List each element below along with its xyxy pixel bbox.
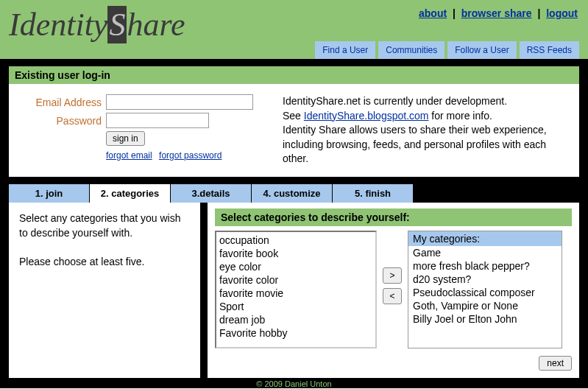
available-categories-list[interactable]: occupation favorite book eye color favor… (215, 231, 377, 348)
top-links: about | browser share | logout (419, 7, 578, 19)
about-link[interactable]: about (419, 7, 447, 19)
login-title: Existing user log-in (9, 66, 579, 84)
select-categories-title: Select categories to describe yourself: (215, 208, 572, 226)
signin-button[interactable]: sign in (106, 131, 145, 146)
divider (0, 59, 588, 66)
nav-follow-user[interactable]: Follow a User (447, 41, 516, 59)
instruction-text2: Please choose at least five. (19, 255, 190, 270)
list-item[interactable]: d20 system? (408, 273, 562, 286)
email-field[interactable] (106, 94, 253, 110)
login-info: IdentityShare.net is currently under dev… (283, 94, 567, 167)
list-item[interactable]: favorite movie (218, 287, 374, 300)
logo-text-hare: hare (127, 6, 185, 43)
tab-categories[interactable]: 2. categories (90, 184, 171, 203)
list-item[interactable]: dream job (218, 313, 374, 326)
logout-link[interactable]: logout (546, 7, 578, 19)
list-item[interactable]: Billy Joel or Elton John (408, 312, 562, 326)
nav-communities[interactable]: Communities (378, 41, 444, 59)
blog-link[interactable]: IdentityShare.blogspot.com (304, 110, 429, 122)
nav-find-user[interactable]: Find a User (315, 41, 375, 59)
list-item[interactable]: favorite color (218, 273, 374, 287)
separator: | (453, 7, 456, 19)
footer: © 2009 Daniel Unton (0, 378, 588, 388)
list-item[interactable]: more fresh black pepper? (408, 259, 562, 273)
my-categories-list: My categories: Game more fresh black pep… (408, 231, 562, 348)
next-button[interactable]: next (539, 356, 572, 371)
tab-details[interactable]: 3.details (171, 184, 252, 203)
logo-text-identity: Identity (9, 6, 107, 43)
tab-finish[interactable]: 5. finish (333, 184, 414, 203)
category-picker: occupation favorite book eye color favor… (215, 231, 572, 348)
tab-customize[interactable]: 4. customize (252, 184, 333, 203)
list-item[interactable]: Favorite hobby (218, 326, 374, 340)
login-section: Existing user log-in Email Address Passw… (0, 66, 588, 184)
password-field[interactable] (106, 113, 209, 128)
login-body: Email Address Password sign in forgot em… (9, 84, 579, 177)
info-text: IdentityShare.net is currently under dev… (283, 95, 507, 107)
list-item[interactable]: Sport (218, 300, 374, 313)
header: IdentityShare about | browser share | lo… (0, 0, 588, 59)
move-buttons: > < (383, 267, 402, 304)
nav-tabs: Find a User Communities Follow a User RS… (315, 41, 579, 59)
list-item[interactable]: favorite book (218, 247, 374, 260)
login-box: Existing user log-in Email Address Passw… (9, 66, 579, 177)
browser-share-link[interactable]: browser share (461, 7, 532, 19)
info-see: See (283, 110, 304, 122)
password-label: Password (21, 115, 102, 127)
separator: | (537, 7, 540, 19)
wizard-tabs-row: 1. join 2. categories 3.details 4. custo… (0, 184, 588, 203)
instruction-text: Select any categories that you wish to d… (19, 211, 190, 240)
nav-rss-feeds[interactable]: RSS Feeds (520, 41, 579, 59)
my-categories-title: My categories: (408, 231, 562, 246)
forgot-password-link[interactable]: forgot password (159, 150, 222, 161)
logo-text-s: S (107, 6, 127, 43)
wizard-body: Select any categories that you wish to d… (0, 203, 588, 378)
wizard-instructions: Select any categories that you wish to d… (9, 203, 200, 378)
login-form: Email Address Password sign in forgot em… (21, 94, 253, 167)
list-item[interactable]: eye color (218, 260, 374, 273)
email-label: Email Address (21, 97, 102, 108)
list-item[interactable]: Goth, Vampire or None (408, 299, 562, 312)
logo: IdentityShare (9, 0, 579, 43)
list-item[interactable]: Pseudoclassical composer (408, 286, 562, 299)
move-left-button[interactable]: < (383, 288, 402, 304)
move-right-button[interactable]: > (383, 267, 402, 284)
list-item[interactable]: Game (408, 246, 562, 259)
tab-join[interactable]: 1. join (9, 184, 90, 203)
info-text2: Identity Share allows users to share the… (283, 124, 547, 164)
wizard-content: Select categories to describe yourself: … (208, 203, 579, 378)
list-item[interactable]: occupation (218, 234, 374, 247)
forgot-email-link[interactable]: forgot email (106, 150, 152, 161)
info-after: for more info. (428, 110, 492, 122)
